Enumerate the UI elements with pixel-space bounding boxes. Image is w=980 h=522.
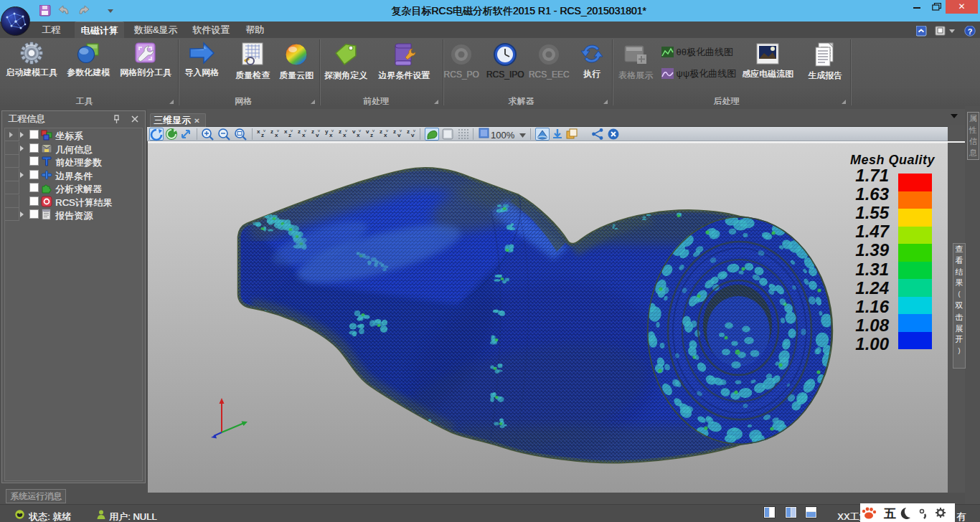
svg-text:v: v	[263, 128, 265, 133]
svg-text:x: x	[275, 132, 278, 138]
svg-text:z: z	[288, 132, 291, 138]
svg-text:x: x	[284, 128, 288, 135]
svg-text:z: z	[393, 128, 396, 135]
svg-text:v: v	[277, 128, 279, 133]
svg-text:z: z	[339, 128, 341, 135]
svg-text:v: v	[386, 128, 388, 133]
svg-text:x: x	[302, 132, 306, 138]
svg-text:z: z	[407, 128, 410, 135]
svg-text:v: v	[366, 128, 369, 135]
svg-text:v: v	[352, 128, 356, 135]
svg-text:?: ?	[968, 27, 973, 36]
svg-text:x: x	[329, 132, 333, 138]
svg-text:v: v	[304, 128, 306, 133]
svg-text:x: x	[257, 128, 260, 135]
svg-text:z: z	[298, 128, 301, 135]
svg-text:v: v	[331, 128, 334, 133]
svg-text:z: z	[370, 132, 373, 138]
svg-text:x: x	[384, 132, 387, 138]
svg-text:v: v	[397, 132, 401, 138]
svg-text:v: v	[316, 132, 319, 138]
svg-text:z: z	[311, 128, 314, 135]
svg-text:z: z	[380, 128, 382, 135]
svg-text:v: v	[400, 128, 402, 133]
svg-text:z: z	[270, 128, 273, 135]
svg-text:五: 五	[883, 507, 896, 521]
svg-text:x: x	[357, 132, 360, 138]
svg-text:v: v	[345, 128, 347, 133]
svg-text:v: v	[318, 128, 320, 133]
svg-text:y: y	[325, 128, 329, 135]
svg-text:v: v	[413, 128, 415, 133]
svg-text:v: v	[372, 128, 374, 133]
svg-text:z: z	[261, 132, 264, 138]
svg-text:x: x	[343, 132, 347, 138]
svg-text:v: v	[411, 132, 415, 138]
svg-text:v: v	[291, 128, 293, 133]
svg-text:v: v	[359, 128, 361, 133]
